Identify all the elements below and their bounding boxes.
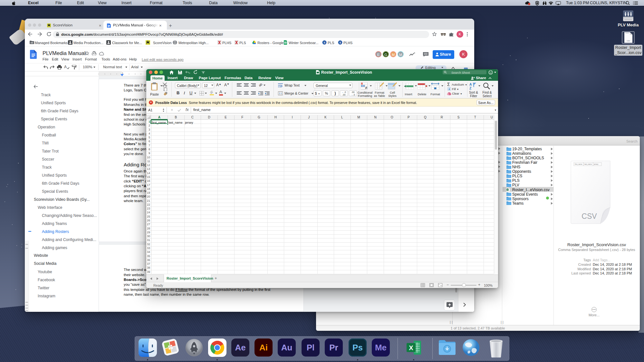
svg-text:X: X — [507, 189, 508, 190]
svg-text:jersey: jersey — [594, 163, 599, 165]
svg-text:S: S — [340, 42, 341, 44]
svg-text:last_name: last_name — [584, 163, 592, 165]
svg-text:first_name: first_name — [575, 163, 582, 165]
svg-text:≠: ≠ — [365, 85, 367, 90]
svg-text:S: S — [324, 42, 325, 44]
svg-text:CSV: CSV — [627, 40, 630, 42]
svg-text:CSV: CSV — [582, 212, 597, 220]
svg-text:Z: Z — [469, 86, 472, 90]
svg-text:A: A — [469, 82, 472, 86]
svg-text:X: X — [409, 344, 413, 351]
